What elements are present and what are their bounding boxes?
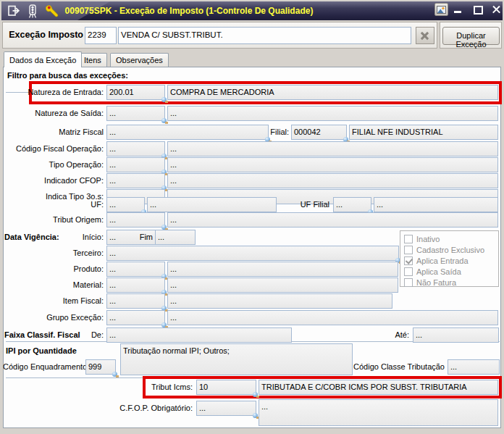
tipo-operacao-desc-field[interactable]: ...	[167, 157, 498, 172]
clear-exception-button[interactable]	[416, 27, 434, 44]
filial-code-field[interactable]: 000042	[291, 125, 347, 140]
checkbox-label: Aplica Saída	[416, 267, 461, 276]
tribut-origem-code-field[interactable]: ...	[106, 212, 165, 228]
codigo-fiscal-operacao-desc-field[interactable]: ...	[167, 141, 498, 157]
codigo-fiscal-operacao-code-field[interactable]: ...	[106, 141, 165, 157]
uf-desc-field[interactable]: ...	[147, 197, 277, 212]
tipo-operacao-label: Tipo Operação:	[1, 160, 104, 169]
natureza-saida-code-field[interactable]: ...	[106, 106, 165, 121]
tab-observacoes[interactable]: Observações	[110, 53, 169, 67]
filial-label: Filial:	[246, 128, 289, 136]
lookup-indicator-icon	[112, 372, 117, 377]
close-button[interactable]	[491, 4, 503, 15]
ate-label: Até:	[377, 330, 409, 339]
window-title: 009075SPK - Exceção de Imposto (1-Contro…	[1, 6, 377, 16]
ipi-tributacao-field[interactable]: Tributação normal IPI; Outros;	[120, 343, 353, 375]
maximize-button[interactable]	[472, 4, 484, 15]
cfop-obrigatorio-label: C.F.O.P. Obrigatório:	[1, 404, 193, 412]
item-fiscal-label: Item Fiscal:	[1, 296, 104, 305]
codigo-classe-tributacao-field[interactable]: ...	[448, 359, 500, 375]
tab-itens[interactable]: Itens	[78, 53, 107, 67]
item-fiscal-code-field[interactable]: ...	[106, 293, 165, 309]
lookup-indicator-icon	[253, 413, 258, 418]
material-label: Material:	[1, 280, 104, 289]
fim-field[interactable]: ...	[155, 230, 196, 245]
duplicate-exception-button[interactable]: Duplicar Exceção	[442, 27, 500, 45]
lookup-indicator-icon	[161, 97, 167, 102]
uf-label: UF:	[1, 200, 104, 209]
natureza-saida-label: Natureza de Saída:	[1, 109, 104, 117]
checkbox-label: Não Fatura	[416, 278, 456, 287]
lookup-indicator-icon	[161, 322, 167, 327]
tribut-icms-code-field[interactable]: 10	[196, 380, 256, 395]
checkbox-nao-fatura[interactable]: Não Fatura	[404, 277, 498, 288]
produto-label: Produto:	[1, 264, 104, 273]
exception-code-field[interactable]: 2239	[85, 27, 117, 44]
natureza-entrada-desc-field[interactable]: COMPRA DE MERCADORIA	[167, 85, 498, 100]
codigo-fiscal-operacao-label: Código Fiscal Operação:	[1, 144, 104, 153]
inicio-label: Início:	[1, 233, 104, 241]
uf-code-field[interactable]: ...	[106, 197, 145, 212]
titlebar: 009075SPK - Exceção de Imposto (1-Contro…	[1, 1, 503, 20]
maximize-icon	[474, 6, 483, 14]
de-field[interactable]: ...	[106, 327, 292, 343]
fim-label: Fim	[131, 233, 153, 241]
minimize-button[interactable]	[452, 4, 463, 15]
uf-filial-label: UF Filial	[275, 200, 329, 209]
codigo-enquadramento-label: Código Enquadramento	[3, 362, 84, 371]
tribut-icms-label: Tribut Icms:	[1, 383, 193, 391]
checkbox-box[interactable]	[404, 278, 413, 287]
cfop-obrigatorio-desc-field[interactable]: ...	[259, 399, 498, 426]
exception-description-field[interactable]: VENDA C/ SUBST.TRIBUT.	[118, 27, 411, 44]
checkbox-box[interactable]	[404, 235, 413, 243]
checkbox-aplica-entrada[interactable]: Aplica Entrada	[404, 255, 498, 266]
header-label: Exceção Imposto	[1, 30, 83, 40]
grupo-excecao-label: Grupo Exceção:	[1, 313, 104, 322]
filial-desc-field[interactable]: FILIAL NFE INDUSTRIAL	[349, 125, 498, 140]
picture-button[interactable]	[434, 3, 448, 16]
filter-section-title: Filtro para busca das exceções:	[7, 71, 128, 80]
material-code-field[interactable]: ...	[106, 277, 165, 293]
natureza-entrada-code-field[interactable]: 200.01	[106, 85, 165, 100]
tab-dados-da-excecao[interactable]: Dados da Exceção	[4, 51, 82, 67]
matriz-fiscal-label: Matriz Fiscal	[1, 128, 104, 136]
natureza-saida-desc-field[interactable]: ...	[167, 106, 498, 121]
cfop-obrigatorio-code-field[interactable]: ...	[196, 401, 256, 416]
app-window: 009075SPK - Exceção de Imposto (1-Contro…	[0, 0, 504, 434]
uf-filial-desc-field[interactable]: ...	[374, 197, 498, 212]
checkbox-box[interactable]	[404, 267, 413, 276]
close-icon	[492, 4, 502, 14]
grupo-excecao-code-field[interactable]: ...	[106, 310, 165, 325]
indicador-cfop-desc-field[interactable]: ...	[167, 173, 498, 188]
checkbox-label: Aplica Entrada	[416, 256, 469, 265]
checkbox-cadastro-exclusivo[interactable]: Cadastro Exclusivo	[404, 244, 498, 255]
ate-field[interactable]: ...	[413, 327, 499, 343]
tribut-origem-desc-field[interactable]: ...	[167, 212, 498, 228]
checkbox-aplica-saida[interactable]: Aplica Saída	[404, 266, 498, 277]
produto-desc-field[interactable]: ...	[167, 262, 398, 277]
matriz-fiscal-field[interactable]: ...	[106, 125, 269, 140]
codigo-enquadramento-field[interactable]: 999	[85, 359, 116, 375]
lookup-indicator-icon	[161, 118, 167, 123]
terceiro-field[interactable]: ...	[106, 246, 399, 261]
checkbox-label: Cadastro Exclusivo	[416, 246, 484, 254]
item-fiscal-desc-field[interactable]: ...	[167, 293, 392, 309]
checkbox-box[interactable]	[404, 246, 413, 254]
material-desc-field[interactable]: ...	[167, 277, 398, 293]
checkbox-box[interactable]	[404, 256, 413, 265]
grupo-excecao-desc-field[interactable]: ...	[167, 310, 498, 325]
de-label: De:	[1, 330, 104, 339]
flags-panel: Inativo Cadastro Exclusivo Aplica Entrad…	[400, 230, 499, 287]
natureza-entrada-label: Natureza de Entrada:	[1, 88, 104, 96]
tipo-operacao-code-field[interactable]: ...	[106, 157, 165, 172]
uf-filial-code-field[interactable]: ...	[333, 197, 371, 212]
indicador-cfop-code-field[interactable]: ...	[106, 173, 165, 188]
checkbox-inativo[interactable]: Inativo	[404, 233, 498, 244]
produto-code-field[interactable]: ...	[106, 262, 165, 277]
tribut-origem-label: Tribut Origem:	[1, 215, 104, 224]
tribut-icms-desc-field[interactable]: TRIBUTADA E C/COBR ICMS POR SUBST. TRIBU…	[259, 380, 498, 395]
picture-icon	[437, 6, 446, 14]
indicador-cfop-label: Indicador CFOP:	[1, 176, 104, 185]
ipi-section-label: IPI por Quantidade	[6, 346, 77, 355]
codigo-classe-tributacao-label: Código Classe Tributação	[339, 362, 445, 371]
